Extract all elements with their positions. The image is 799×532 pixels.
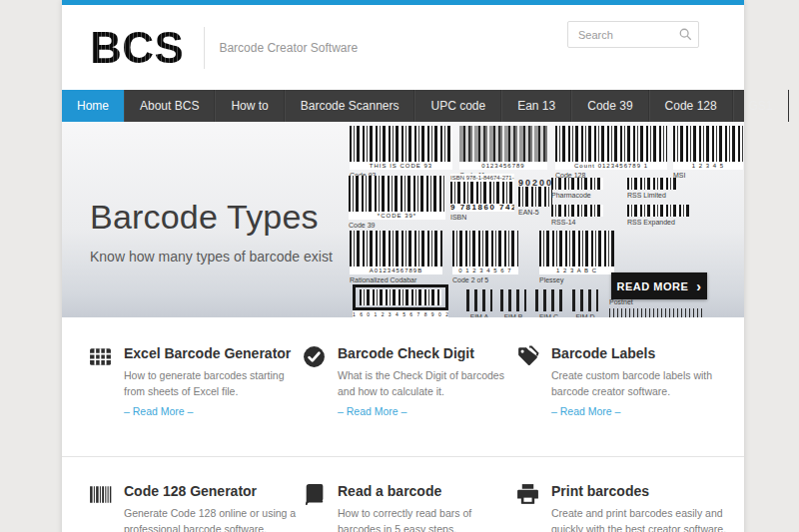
barcode-sample: RSS Limited xyxy=(627,178,677,200)
barcode-bars xyxy=(452,231,518,266)
hero-banner: Barcode Types Know how many types of bar… xyxy=(62,122,744,317)
barcode-bars xyxy=(466,289,492,311)
read-more-button[interactable]: READ MORE › xyxy=(611,272,707,299)
barcode-bars xyxy=(551,178,603,190)
feature-body: Barcode Check Digit What is the Check Di… xyxy=(338,343,515,417)
feature-description: Create custom barcode labels with barcod… xyxy=(551,368,729,400)
feature-description: How to generate barcodes starting from s… xyxy=(124,368,302,400)
feature-read-more-link[interactable]: – Read More – xyxy=(124,405,302,417)
nav-item[interactable]: UPC code xyxy=(414,90,501,122)
feature-body: Read a barcode How to correctly read bar… xyxy=(338,481,515,532)
barcode-bars xyxy=(627,205,689,217)
logo-divider xyxy=(204,27,205,69)
barcode-caption: Pharmacode xyxy=(551,191,603,200)
tag-icon xyxy=(515,344,540,369)
nav-item-label: UPC code xyxy=(430,99,485,113)
barcode-sample: THIS IS CODE 93 Code 93 xyxy=(350,126,452,180)
barcode-digits: 1 2 3 4 5 xyxy=(673,162,743,170)
barcode-caption: Plessey xyxy=(539,275,614,284)
barcode-icon xyxy=(88,482,113,507)
feature-title: Excel Barcode Generator xyxy=(124,345,302,361)
barcode-bars xyxy=(459,126,547,162)
barcode-digits: 9 781860 742712 xyxy=(450,204,514,212)
barcode-sample: *CODE 39* Code 39 xyxy=(349,176,445,230)
nav-item-label: Home xyxy=(77,99,109,113)
nav-item[interactable]: About BCS xyxy=(124,90,215,122)
nav-item[interactable]: Code 128 xyxy=(649,90,733,122)
nav-item[interactable]: Ean 13 xyxy=(501,90,571,122)
features-row-1: Excel Barcode Generator How to generate … xyxy=(62,317,744,456)
search-box xyxy=(567,21,699,48)
nav-item-label: Code 128 xyxy=(665,99,717,113)
feature-body: Code 128 Generator Generate Code 128 onl… xyxy=(124,481,302,532)
feature-title: Print barcodes xyxy=(551,483,729,499)
feature-body: Excel Barcode Generator How to generate … xyxy=(124,343,302,417)
barcode-sample: FIM C xyxy=(535,289,562,317)
nav-item[interactable]: Code 39 xyxy=(571,90,648,122)
feature-description: Create and print barcodes easily and qui… xyxy=(551,506,729,532)
barcode-sample: 90200 EAN-5 xyxy=(518,179,552,217)
barcode-sample: 0123456789 Code 11 xyxy=(459,126,547,180)
barcode-sample: A0123456789B Rationalized Codabar xyxy=(350,231,442,284)
feature-card: Excel Barcode Generator How to generate … xyxy=(88,343,302,456)
barcode-bars xyxy=(555,126,667,162)
barcode-digits: Count 0123456789 1 xyxy=(555,162,667,170)
nav-item-label: About BCS xyxy=(140,99,199,113)
barcode-sample: FIM B xyxy=(500,289,526,317)
site-header: BCS Barcode Creator Software xyxy=(62,5,744,90)
feature-description: How to correctly read bars of barcodes i… xyxy=(338,506,515,532)
barcode-caption: RSS Expanded xyxy=(627,218,689,227)
feature-body: Barcode Labels Create custom barcode lab… xyxy=(551,343,729,417)
site-tagline: Barcode Creator Software xyxy=(219,41,358,55)
site-logo[interactable]: BCS xyxy=(90,26,184,70)
barcode-sample: FIM A xyxy=(466,289,492,317)
barcode-digits: *CODE 39* xyxy=(349,212,445,220)
feature-title: Barcode Check Digit xyxy=(338,345,515,361)
barcode-sample: RSS Expanded xyxy=(627,205,689,227)
search-icon[interactable] xyxy=(678,27,693,42)
barcode-digits: 0 1 2 3 4 5 6 7 xyxy=(452,266,518,274)
check-circle-icon xyxy=(302,344,327,369)
barcode-sample: Count 0123456789 1 Code 128 xyxy=(555,126,667,180)
barcode-caption: Code 2 of 5 xyxy=(452,275,518,284)
printer-icon xyxy=(515,482,540,507)
barcode-caption: FIM C xyxy=(535,312,562,317)
feature-card: Read a barcode How to correctly read bar… xyxy=(302,481,515,532)
barcode-bars xyxy=(551,205,603,217)
feature-title: Barcode Labels xyxy=(551,345,729,361)
barcode-bars xyxy=(450,182,514,204)
barcode-caption: FIM A xyxy=(466,312,492,317)
barcode-digits: 1 6 0 1 2 3 4 5 6 7 8 9 0 2 xyxy=(353,310,448,317)
nav-item[interactable]: GS1 xyxy=(733,90,789,122)
barcode-caption: Code 39 xyxy=(349,221,445,230)
barcode-bars xyxy=(535,289,562,311)
barcode-digits: 0123456789 xyxy=(459,162,547,170)
nav-item-label: How to xyxy=(231,99,268,113)
barcode-sample: RSS-14 xyxy=(551,205,603,227)
barcode-bars xyxy=(572,289,598,311)
barcode-bars xyxy=(350,231,442,266)
barcode-sample: Pharmacode xyxy=(551,178,603,200)
nav-item-label: Ean 13 xyxy=(517,99,555,113)
barcode-sample: 1 2 3 A B C Plessey xyxy=(539,231,614,284)
barcode-digits: A0123456789B xyxy=(350,266,442,274)
barcode-caption: FIM B xyxy=(500,312,526,317)
barcode-bars xyxy=(673,126,743,162)
nav-item[interactable]: How to xyxy=(215,90,284,122)
barcode-caption: ISBN xyxy=(450,213,514,222)
nav-item-label: Code 39 xyxy=(587,99,632,113)
feature-card: Barcode Labels Create custom barcode lab… xyxy=(515,343,729,456)
nav-item-label: Barcode Scanners xyxy=(301,99,400,113)
nav-item[interactable]: Home xyxy=(62,90,124,122)
barcode-top-text: 90200 xyxy=(518,179,552,187)
barcode-bars xyxy=(353,284,448,310)
feature-description: Generate Code 128 online or using a prof… xyxy=(124,506,302,532)
feature-read-more-link[interactable]: – Read More – xyxy=(551,405,729,417)
barcode-top-text: ISBN 978-1-84674-271-2 xyxy=(450,174,514,182)
barcode-caption: RSS-14 xyxy=(551,218,603,227)
feature-read-more-link[interactable]: – Read More – xyxy=(338,405,515,417)
book-icon xyxy=(302,482,327,507)
feature-title: Code 128 Generator xyxy=(124,483,302,499)
barcode-caption: EAN-5 xyxy=(518,208,552,217)
nav-item[interactable]: Barcode Scanners xyxy=(285,90,415,122)
